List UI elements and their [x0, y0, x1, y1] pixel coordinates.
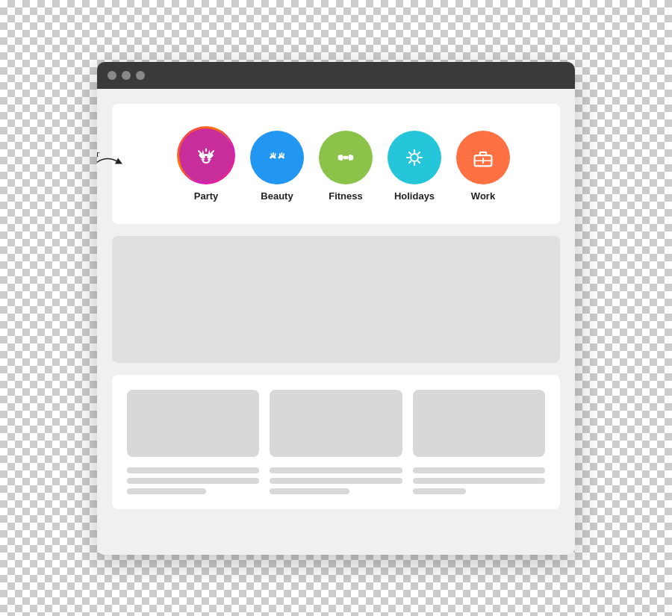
highlight-item-work[interactable]: Work [456, 131, 510, 202]
fitness-circle [319, 131, 373, 184]
beauty-circle [250, 131, 304, 184]
card-text-rows [127, 467, 545, 494]
svg-point-8 [411, 154, 418, 161]
svg-rect-3 [343, 156, 348, 158]
card-lines-3 [413, 467, 545, 494]
holidays-icon [402, 145, 427, 170]
card-thumbnail-3 [413, 390, 545, 457]
card-line-shorter [413, 488, 466, 494]
party-icon [193, 143, 219, 168]
svg-rect-5 [339, 155, 340, 158]
card-line [413, 467, 545, 473]
browser-content: Higlights on your website [97, 89, 575, 555]
highlight-label-party: Party [194, 190, 219, 202]
highlight-label-work: Work [471, 190, 495, 202]
card-lines-1 [127, 467, 259, 494]
svg-line-16 [409, 161, 411, 163]
highlight-label-beauty: Beauty [261, 190, 293, 202]
fitness-icon [333, 145, 358, 170]
work-icon [470, 145, 496, 170]
highlight-item-party[interactable]: Party [177, 126, 235, 202]
svg-line-14 [418, 161, 420, 163]
titlebar-dot-3 [136, 71, 145, 80]
card-line [127, 478, 259, 484]
work-circle [456, 131, 510, 184]
card-images-row [127, 390, 545, 457]
card-line-short [127, 488, 206, 494]
svg-line-13 [409, 152, 411, 153]
highlights-card: Higlights on your website [112, 104, 560, 224]
highlight-item-holidays[interactable]: Holidays [388, 131, 441, 202]
svg-line-15 [418, 152, 420, 153]
beauty-icon [264, 145, 290, 170]
highlights-row: Party [134, 126, 545, 202]
titlebar-dot-1 [108, 71, 116, 80]
highlight-label-fitness: Fitness [329, 190, 363, 202]
card-line [127, 467, 259, 473]
titlebar-dot-2 [122, 71, 131, 80]
card-line [413, 478, 545, 484]
gray-banner [112, 236, 560, 363]
browser-titlebar [97, 62, 575, 89]
browser-window: Higlights on your website [97, 62, 575, 555]
holidays-circle [388, 131, 441, 184]
cards-section [112, 375, 560, 509]
highlight-item-beauty[interactable]: Beauty [250, 131, 304, 202]
card-thumbnail-1 [127, 390, 259, 457]
svg-rect-7 [351, 155, 352, 158]
highlight-item-fitness[interactable]: Fitness [319, 131, 373, 202]
card-lines-2 [270, 467, 402, 494]
card-line [270, 467, 402, 473]
highlight-label-holidays: Holidays [394, 190, 435, 202]
annotation-arrow [97, 151, 127, 176]
card-line-short [270, 488, 349, 494]
card-thumbnail-2 [270, 390, 402, 457]
card-line [270, 478, 402, 484]
